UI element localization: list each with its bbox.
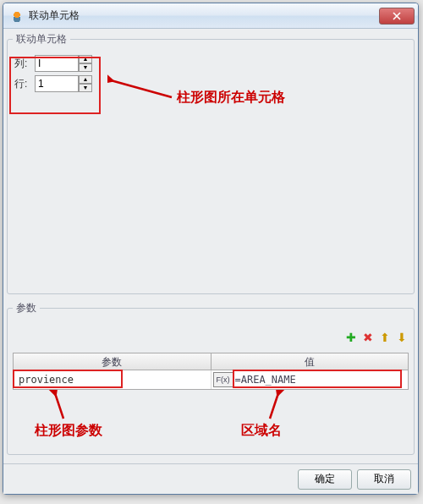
- column-spin-down[interactable]: ▼: [79, 63, 92, 72]
- table-row[interactable]: provience F(x) =AREA_NAME: [14, 370, 408, 389]
- close-icon: [393, 12, 401, 20]
- column-label: 列:: [14, 57, 35, 71]
- content-area: 联动单元格 列: ▲ ▼ 行: ▲ ▼: [3, 29, 418, 463]
- column-spinner: ▲ ▼: [35, 55, 92, 72]
- params-legend: 参数: [13, 301, 40, 315]
- table-header: 参数 值: [14, 353, 408, 370]
- svg-line-2: [270, 393, 278, 419]
- title-bar: 联动单元格: [3, 3, 418, 29]
- remove-icon[interactable]: ✖: [361, 331, 375, 344]
- arrow-value: [261, 390, 295, 424]
- add-icon[interactable]: ✚: [344, 331, 358, 344]
- fx-button[interactable]: F(x): [213, 372, 233, 387]
- column-input[interactable]: [35, 55, 79, 72]
- row-spinner: ▲ ▼: [35, 75, 92, 92]
- row-spin-up[interactable]: ▲: [79, 75, 92, 84]
- param-name-cell: provience: [15, 374, 74, 386]
- window-title: 联动单元格: [29, 8, 377, 23]
- row-row: 行: ▲ ▼: [14, 75, 407, 92]
- row-spin-down[interactable]: ▼: [79, 84, 92, 92]
- dialog-window: 联动单元格 联动单元格 列: ▲ ▼ 行:: [3, 3, 419, 495]
- move-up-icon[interactable]: ⬆: [378, 331, 392, 344]
- params-table: 参数 值 provience F(x) =AREA_NAME: [13, 353, 409, 390]
- linked-cells-group: 联动单元格 列: ▲ ▼ 行: ▲ ▼: [7, 32, 415, 294]
- params-group: 参数 ✚ ✖ ⬆ ⬇ 参数 值 provience F(x) =AREA_NAM…: [7, 301, 415, 455]
- col-header-value: 值: [212, 353, 409, 370]
- annotation-value: 区域名: [241, 422, 282, 440]
- params-toolbar: ✚ ✖ ⬆ ⬇: [344, 331, 409, 344]
- col-header-name: 参数: [14, 353, 212, 370]
- ok-button[interactable]: 确定: [298, 469, 352, 490]
- cells-legend: 联动单元格: [13, 32, 70, 47]
- java-icon: [10, 9, 24, 23]
- row-input[interactable]: [35, 75, 79, 92]
- arrow-param: [43, 390, 77, 424]
- footer: 确定 取消: [3, 463, 418, 494]
- move-down-icon[interactable]: ⬇: [395, 331, 409, 344]
- column-spin-up[interactable]: ▲: [79, 55, 92, 63]
- close-button[interactable]: [379, 8, 415, 25]
- annotation-param: 柱形图参数: [35, 422, 102, 440]
- row-label: 行:: [14, 77, 35, 91]
- param-value-cell: =AREA_NAME: [235, 374, 407, 386]
- column-row: 列: ▲ ▼: [14, 55, 407, 72]
- cancel-button[interactable]: 取消: [357, 469, 411, 490]
- svg-line-1: [55, 393, 63, 419]
